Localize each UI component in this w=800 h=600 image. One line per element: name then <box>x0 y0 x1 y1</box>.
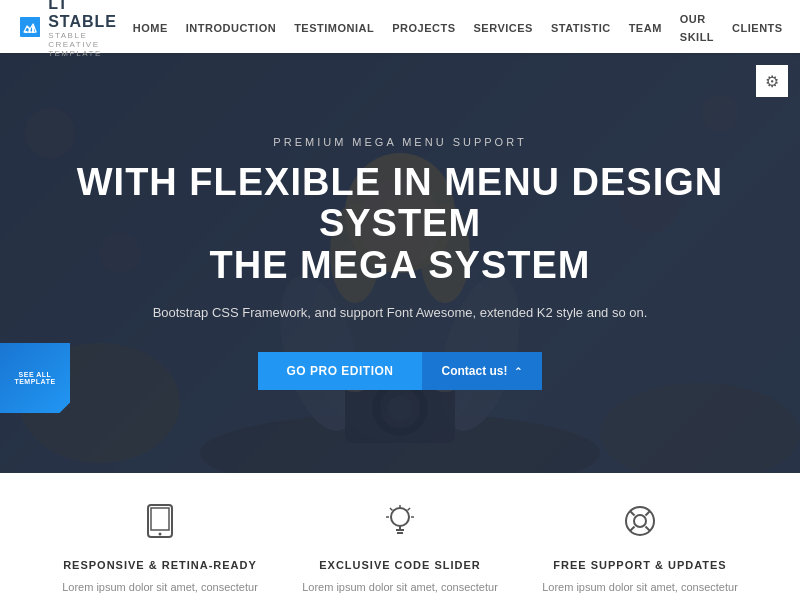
svg-line-44 <box>646 527 651 532</box>
svg-line-41 <box>630 511 635 516</box>
hero-subtitle: Bootstrap CSS Framework, and support Fon… <box>153 303 648 323</box>
logo-icon <box>20 9 40 45</box>
nav-item-testimonial[interactable]: TESTIMONIAL <box>294 18 374 36</box>
support-icon <box>622 503 658 547</box>
feature-responsive-title: RESPONSIVE & RETINA-READY <box>63 559 257 571</box>
nav-item-clients[interactable]: CLIENTS <box>732 18 783 36</box>
logo[interactable]: LT STABLE STABLE CREATIVE TEMPLATE <box>20 0 133 58</box>
logo-text: LT STABLE STABLE CREATIVE TEMPLATE <box>48 0 133 58</box>
nav-link-introduction[interactable]: INTRODUCTION <box>186 22 276 34</box>
nav-link-ourskill[interactable]: OUR SKILL <box>680 13 714 43</box>
nav-link-testimonial[interactable]: TESTIMONIAL <box>294 22 374 34</box>
feature-support-title: FREE SUPPORT & UPDATES <box>553 559 726 571</box>
nav-item-home[interactable]: HOME <box>133 18 168 36</box>
logo-title: LT STABLE <box>48 0 133 31</box>
svg-rect-4 <box>32 25 34 32</box>
feature-support-desc: Lorem ipsum dolor sit amet, consectetur … <box>540 579 740 600</box>
go-pro-button[interactable]: Go Pro Edition <box>258 352 421 390</box>
svg-point-40 <box>634 515 646 527</box>
hero-title-line2: THE MEGA SYSTEM <box>210 244 591 286</box>
svg-rect-2 <box>25 31 27 33</box>
logo-subtitle: STABLE CREATIVE TEMPLATE <box>48 31 133 58</box>
nav-menu: HOME INTRODUCTION TESTIMONIAL PROJECTS S… <box>133 9 800 45</box>
settings-button[interactable]: ⚙ <box>756 65 788 97</box>
templates-badge[interactable]: SEE ALL TEMPLATE <box>0 343 70 413</box>
nav-link-projects[interactable]: PROJECTS <box>392 22 455 34</box>
feature-slider: EXCLUSIVE CODE SLIDER Lorem ipsum dolor … <box>300 503 500 600</box>
contact-button[interactable]: Contact us! ⌃ <box>422 352 542 390</box>
svg-rect-0 <box>20 16 40 36</box>
hero-cta-buttons: Go Pro Edition Contact us! ⌃ <box>258 352 541 390</box>
nav-item-introduction[interactable]: INTRODUCTION <box>186 18 276 36</box>
bulb-icon <box>382 503 418 547</box>
navbar: LT STABLE STABLE CREATIVE TEMPLATE HOME … <box>0 0 800 53</box>
feature-slider-desc: Lorem ipsum dolor sit amet, consectetur … <box>300 579 500 600</box>
svg-rect-28 <box>151 508 169 530</box>
hero-title: WITH FLEXIBLE IN MENU DESIGN SYSTEM THE … <box>60 162 740 287</box>
feature-responsive: RESPONSIVE & RETINA-READY Lorem ipsum do… <box>60 503 260 600</box>
features-section: RESPONSIVE & RETINA-READY Lorem ipsum do… <box>0 473 800 600</box>
svg-line-35 <box>390 508 393 511</box>
hero-content: PREMIUM MEGA MENU SUPPORT WITH FLEXIBLE … <box>0 53 800 473</box>
svg-point-29 <box>159 533 162 536</box>
chevron-up-icon: ⌃ <box>514 366 522 377</box>
svg-rect-3 <box>29 28 31 33</box>
feature-slider-title: EXCLUSIVE CODE SLIDER <box>319 559 481 571</box>
svg-line-42 <box>646 511 651 516</box>
gear-icon: ⚙ <box>765 72 779 91</box>
nav-item-team[interactable]: TEAM <box>629 18 662 36</box>
hero-section: ⚙ SEE ALL TEMPLATE PREMIUM MEGA MENU SUP… <box>0 53 800 473</box>
svg-point-30 <box>391 508 409 526</box>
badge-label: SEE ALL TEMPLATE <box>0 371 70 385</box>
svg-line-43 <box>630 527 635 532</box>
hero-title-line1: WITH FLEXIBLE IN MENU DESIGN SYSTEM <box>77 161 724 245</box>
nav-link-statistic[interactable]: STATISTIC <box>551 22 611 34</box>
nav-link-team[interactable]: TEAM <box>629 22 662 34</box>
nav-item-ourskill[interactable]: OUR SKILL <box>680 9 714 45</box>
nav-link-services[interactable]: SERVICES <box>474 22 533 34</box>
hero-tagline: PREMIUM MEGA MENU SUPPORT <box>273 136 526 148</box>
nav-link-clients[interactable]: CLIENTS <box>732 22 783 34</box>
tablet-icon <box>142 503 178 547</box>
nav-item-services[interactable]: SERVICES <box>474 18 533 36</box>
svg-line-36 <box>408 508 411 511</box>
nav-link-home[interactable]: HOME <box>133 22 168 34</box>
feature-support: FREE SUPPORT & UPDATES Lorem ipsum dolor… <box>540 503 740 600</box>
feature-responsive-desc: Lorem ipsum dolor sit amet, consectetur … <box>60 579 260 600</box>
nav-item-statistic[interactable]: STATISTIC <box>551 18 611 36</box>
contact-label: Contact us! <box>442 364 508 378</box>
nav-item-projects[interactable]: PROJECTS <box>392 18 455 36</box>
